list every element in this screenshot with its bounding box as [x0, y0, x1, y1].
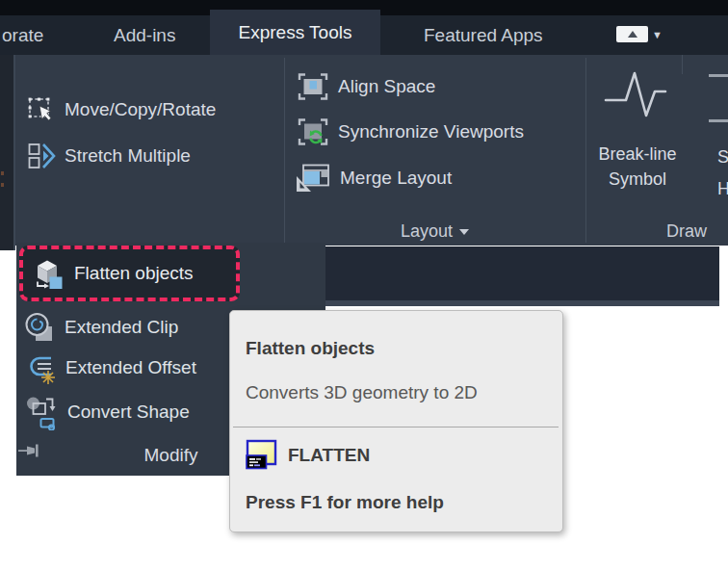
tab-collaborate-partial[interactable]: orate [2, 15, 43, 55]
convert-shape-menu-item[interactable]: Convert Shape [24, 393, 190, 431]
align-space-button[interactable]: Align Space [297, 70, 435, 103]
button-label: Move/Copy/Rotate [65, 99, 216, 120]
break-line-symbol-button[interactable] [603, 65, 668, 131]
convert-shape-icon [24, 394, 59, 430]
extended-clip-menu-item[interactable]: Extended Clip [23, 308, 178, 347]
tooltip-title: Flatten objects [246, 338, 547, 359]
button-label: Synchronize Viewports [338, 121, 524, 142]
clipped-icon-fragment [709, 119, 728, 122]
flatten-tooltip: Flatten objects Converts 3D geometry to … [229, 310, 563, 532]
ribbon-left-edge [0, 55, 13, 250]
clipped-icon-fragment [1, 171, 4, 175]
menu-item-label: Extended Clip [65, 317, 178, 338]
collapse-arrow-icon [628, 31, 637, 38]
synchronize-viewports-button[interactable]: Synchronize Viewports [297, 116, 524, 148]
tab-add-ins[interactable]: Add-ins [114, 15, 175, 55]
merge-layout-icon [295, 162, 331, 194]
tab-express-tools[interactable]: Express Tools [210, 10, 380, 55]
ribbon-minimize-dropdown-caret[interactable]: ▼ [652, 15, 663, 55]
stretch-multiple-button[interactable]: Stretch Multiple [27, 141, 191, 171]
panel-dropdown-arrow-icon [459, 229, 469, 235]
synchronize-viewports-icon [297, 116, 329, 148]
clipped-icon-fragment [1, 183, 4, 187]
panel-title-label: Draw [666, 221, 707, 242]
flatten-command-icon [246, 439, 277, 471]
break-line-icon [603, 65, 668, 127]
layout-panel-title[interactable]: Layout [284, 220, 585, 243]
extended-offset-menu-item[interactable]: Extended Offset [22, 349, 196, 387]
drawing-area-band [325, 246, 719, 300]
stretch-multiple-icon [27, 142, 56, 170]
flatten-objects-icon [31, 256, 65, 291]
clipped-button-label-line2: H [717, 179, 728, 199]
clipped-icon-fragment [709, 74, 728, 77]
tooltip-command-name: FLATTEN [288, 445, 370, 466]
menu-item-label: Extended Offset [65, 357, 196, 378]
extended-offset-icon [22, 350, 57, 386]
autocad-ribbon-screenshot: orate Add-ins Express Tools Featured App… [0, 0, 728, 570]
align-space-icon [297, 70, 329, 103]
break-line-label-line1: Break-line [585, 144, 689, 165]
tooltip-command-row: FLATTEN [246, 439, 547, 471]
clipped-button-label-line1: S [717, 147, 728, 168]
button-label: Stretch Multiple [65, 145, 191, 167]
tooltip-help-text: Press F1 for more help [246, 492, 547, 513]
draw-panel-title[interactable]: Draw [585, 220, 728, 243]
panel-separator-left [13, 55, 15, 250]
tooltip-divider [233, 427, 559, 428]
break-line-label-line2: Symbol [585, 169, 689, 190]
tooltip-description: Converts 3D geometry to 2D [246, 382, 547, 403]
flatten-objects-menu-item[interactable]: Flatten objects [19, 246, 240, 301]
move-copy-rotate-button[interactable]: Move/Copy/Rotate [27, 94, 216, 125]
panel-title-label: Layout [401, 221, 453, 242]
drawing-area-band-edge [325, 300, 719, 306]
move-copy-rotate-icon [27, 95, 56, 124]
extended-clip-icon [23, 310, 56, 345]
menu-item-label: Flatten objects [74, 263, 194, 284]
button-label: Align Space [338, 76, 435, 97]
panel-separator-fragment [682, 55, 683, 74]
panel-separator [284, 58, 285, 243]
merge-layout-button[interactable]: Merge Layout [295, 161, 452, 195]
tab-featured-apps[interactable]: Featured Apps [424, 15, 543, 55]
button-label: Merge Layout [340, 168, 452, 189]
menu-item-label: Convert Shape [67, 402, 190, 423]
ribbon-minimize-button[interactable] [616, 26, 648, 42]
